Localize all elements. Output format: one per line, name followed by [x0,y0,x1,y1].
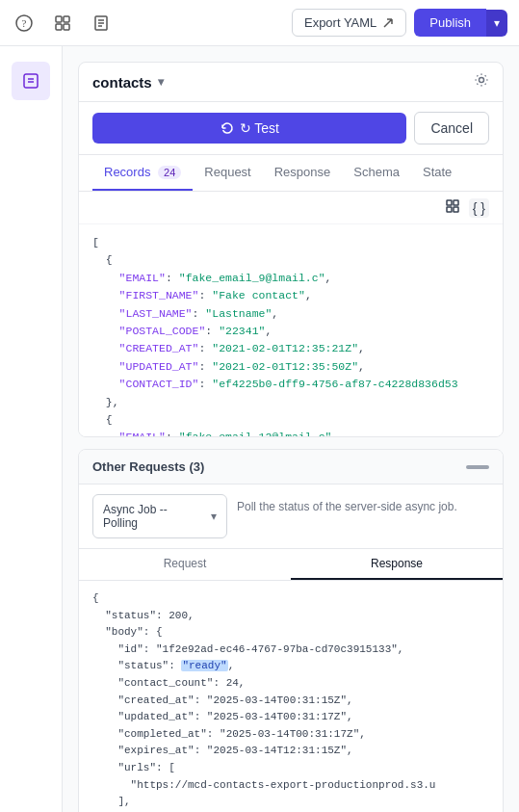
panel-title-text: contacts [92,74,152,91]
chevron-down-icon: ▾ [494,16,500,30]
other-requests-panel: Other Requests (3) Async Job -- Polling … [78,449,504,812]
view-toggle: { } [79,192,503,224]
svg-rect-4 [56,24,62,30]
tab-records-label: Records [104,165,150,179]
doc-icon-button[interactable] [89,11,114,36]
grid-icon-button[interactable] [50,11,75,36]
publish-group: Publish ▾ [414,9,507,37]
code-view-icon: { } [473,200,485,216]
sub-tab-request-label: Request [164,557,207,570]
dropdown-label: Async Job -- Polling [103,503,168,530]
test-button-label: ↻ Test [240,120,279,136]
other-requests-count: (3) [189,459,204,474]
tab-records-badge: 24 [158,166,181,179]
sidebar-item-active[interactable] [12,62,50,100]
dropdown-chevron-icon: ▾ [211,510,217,523]
collapse-handle[interactable] [466,465,489,469]
tab-response[interactable]: Response [263,155,343,191]
svg-point-13 [480,78,484,83]
svg-rect-15 [454,200,458,205]
publish-button[interactable]: Publish [414,9,486,37]
sub-tabs: Request Response [79,549,503,581]
response-code-area[interactable]: { "status": 200, "body": { "id": "1f2e92… [79,581,503,812]
tab-records[interactable]: Records 24 [92,155,193,191]
async-job-dropdown[interactable]: Async Job -- Polling ▾ [92,494,227,538]
sidebar [0,46,63,812]
panel-title-chevron-icon[interactable]: ▾ [158,75,164,89]
grid-view-icon [446,199,459,213]
test-button[interactable]: ↻ Test [92,113,406,144]
sub-tab-response[interactable]: Response [291,549,503,580]
gear-icon [474,72,489,88]
tab-request-label: Request [204,165,250,179]
svg-text:?: ? [22,17,27,29]
sidebar-active-icon [22,72,39,90]
svg-rect-2 [56,16,62,22]
other-requests-label: Other Requests [92,459,189,474]
export-arrow-icon [382,17,394,29]
other-requests-header: Other Requests (3) [79,450,503,485]
tab-state[interactable]: State [411,155,463,191]
help-icon-button[interactable]: ? [12,11,37,36]
svg-rect-17 [454,207,458,212]
records-code-area[interactable]: [ { "EMAIL": "fake_email_9@lmail.c", "FI… [79,224,503,436]
other-requests-title: Other Requests (3) [92,459,204,474]
dropdown-row: Async Job -- Polling ▾ Poll the status o… [79,485,503,549]
tab-request[interactable]: Request [193,155,262,191]
panel-header: contacts ▾ [79,63,503,102]
sub-tab-request[interactable]: Request [79,549,291,580]
test-bar: ↻ Test Cancel [79,102,503,155]
tab-schema-label: Schema [353,165,400,179]
tab-state-label: State [423,165,452,179]
panel-tabs: Records 24 Request Response Schema State [79,155,503,192]
publish-dropdown-button[interactable]: ▾ [486,10,507,37]
main-content: contacts ▾ ↻ Test Cancel R [63,46,519,812]
sub-tab-response-label: Response [371,557,423,570]
export-yaml-button[interactable]: Export YAML [292,9,406,37]
grid-view-button[interactable] [442,197,463,218]
svg-rect-3 [64,16,69,22]
contacts-panel: contacts ▾ ↻ Test Cancel R [78,62,504,437]
panel-settings-button[interactable] [474,72,489,92]
top-bar: ? Export YAML Publish [0,0,519,46]
svg-rect-5 [64,24,69,30]
svg-rect-14 [447,200,452,205]
panel-title: contacts ▾ [92,74,164,91]
svg-rect-16 [447,207,452,212]
dropdown-description: Poll the status of the server-side async… [237,494,489,515]
svg-rect-10 [24,74,38,88]
top-bar-icons: ? [12,11,114,36]
code-view-button[interactable]: { } [469,198,489,218]
tab-schema[interactable]: Schema [342,155,411,191]
tab-response-label: Response [274,165,331,179]
export-yaml-label: Export YAML [304,15,376,30]
refresh-icon [221,121,234,135]
cancel-button[interactable]: Cancel [414,112,489,144]
